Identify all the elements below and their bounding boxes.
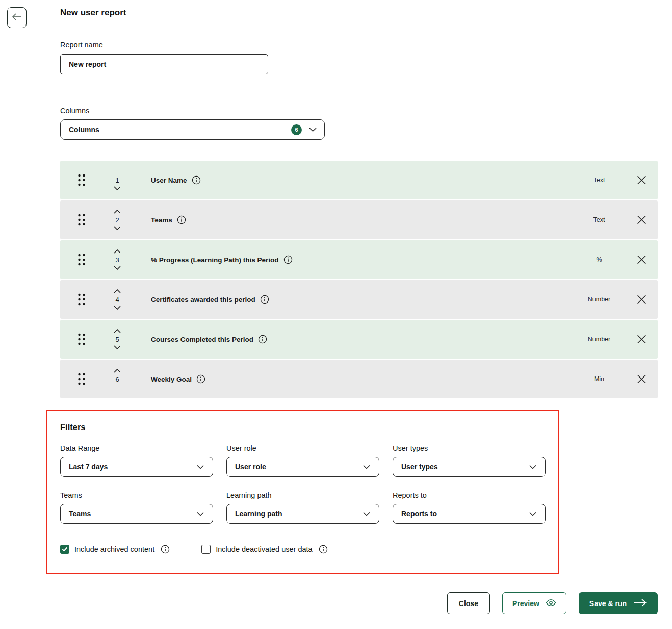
filter-label: Teams — [60, 491, 213, 499]
filter-select-reports-to[interactable]: Reports to — [393, 504, 546, 524]
footer-actions: Close Preview Save & run — [447, 592, 658, 614]
checkbox-item: Include deactivated user data — [201, 545, 327, 554]
filter-field: Learning path Learning path — [226, 491, 379, 524]
filter-select-data-range[interactable]: Last 7 days — [60, 457, 213, 477]
filter-select-teams[interactable]: Teams — [60, 504, 213, 524]
preview-button-label: Preview — [512, 599, 539, 608]
info-icon[interactable] — [319, 545, 328, 554]
info-icon[interactable] — [258, 335, 267, 344]
chevron-down-icon — [196, 509, 204, 518]
back-button[interactable] — [7, 7, 27, 28]
remove-column-button[interactable] — [635, 213, 649, 227]
save-and-run-button[interactable]: Save & run — [579, 592, 658, 614]
filter-field: Reports to Reports to — [393, 491, 546, 524]
move-down-button[interactable] — [113, 265, 122, 271]
filter-select-user-role[interactable]: User role — [226, 457, 379, 477]
move-down-button[interactable] — [113, 225, 122, 231]
preview-button[interactable]: Preview — [502, 592, 566, 614]
info-icon[interactable] — [283, 255, 293, 264]
move-down-button[interactable] — [113, 345, 122, 350]
column-type: Number — [581, 336, 617, 343]
row-label-group: Courses Completed this Period — [151, 335, 267, 344]
close-button[interactable]: Close — [447, 592, 490, 614]
info-icon[interactable] — [260, 295, 269, 304]
columns-dropdown[interactable]: Columns 6 — [60, 119, 325, 140]
row-order-number: 2 — [115, 216, 119, 224]
row-order-number: 5 — [115, 336, 119, 343]
eye-icon — [546, 599, 556, 608]
info-icon[interactable] — [192, 175, 201, 185]
move-down-button[interactable] — [113, 186, 122, 191]
remove-column-button[interactable] — [635, 372, 649, 386]
checkbox-label: Include archived content — [74, 545, 154, 553]
filter-select-learning-path[interactable]: Learning path — [226, 504, 379, 524]
filters-grid: Data Range Last 7 days User role User ro… — [60, 444, 545, 524]
column-name: Teams — [151, 216, 172, 224]
column-name: Certificates awarded this period — [151, 296, 255, 304]
row-label-group: Weekly Goal — [151, 374, 205, 384]
chevron-down-icon — [363, 462, 371, 471]
drag-handle-icon[interactable] — [77, 213, 86, 227]
arrow-left-icon — [11, 13, 22, 22]
column-row: 3 % Progress (Learning Path) this Period… — [60, 240, 658, 279]
chevron-down-icon — [529, 462, 537, 471]
columns-count-badge: 6 — [291, 124, 302, 135]
row-order-control: 5 — [110, 329, 125, 350]
columns-label: Columns — [60, 107, 325, 115]
row-order-number: 3 — [115, 256, 119, 264]
column-row: 2 Teams Text — [60, 200, 658, 239]
column-name: Weekly Goal — [151, 375, 192, 383]
filter-label: User role — [226, 444, 379, 452]
column-type: Text — [581, 216, 617, 223]
drag-handle-icon[interactable] — [77, 173, 86, 187]
column-row: 5 Courses Completed this Period Number — [60, 320, 658, 359]
remove-column-button[interactable] — [635, 293, 649, 307]
chevron-down-icon — [363, 509, 371, 518]
row-order-number: 4 — [115, 296, 119, 304]
chevron-down-icon — [196, 462, 204, 471]
row-order-control: 4 — [110, 289, 125, 311]
remove-column-button[interactable] — [635, 253, 649, 267]
report-name-field: Report name — [60, 40, 268, 74]
filters-section-highlight-annotation: Filters Data Range Last 7 days User role… — [46, 410, 559, 574]
row-label-group: % Progress (Learning Path) this Period — [151, 255, 293, 264]
filter-field: Teams Teams — [60, 491, 213, 524]
info-icon[interactable] — [196, 374, 205, 384]
checkbox[interactable] — [60, 545, 69, 554]
column-row: 1 User Name Text — [60, 161, 658, 199]
filter-field: User types User types — [393, 444, 546, 477]
drag-handle-icon[interactable] — [77, 372, 86, 386]
filter-select-user-types[interactable]: User types — [393, 457, 546, 477]
drag-handle-icon[interactable] — [77, 253, 86, 266]
column-name: User Name — [151, 177, 187, 184]
checkbox-label: Include deactivated user data — [216, 545, 312, 553]
column-type: % — [581, 256, 617, 263]
filter-field: User role User role — [226, 444, 379, 477]
row-order-control: 2 — [110, 209, 125, 231]
remove-column-button[interactable] — [635, 333, 649, 346]
new-user-report-page: New user report Report name Columns Colu… — [0, 0, 672, 629]
row-order-control: 6 — [110, 368, 125, 390]
checkbox[interactable] — [201, 545, 211, 554]
chevron-down-icon — [308, 125, 317, 134]
report-name-label: Report name — [60, 41, 103, 49]
move-up-button[interactable] — [113, 249, 122, 255]
column-row: 4 Certificates awarded this period Numbe… — [60, 280, 658, 319]
drag-handle-icon[interactable] — [77, 293, 86, 306]
column-type: Number — [581, 296, 617, 303]
filter-select-value: Learning path — [235, 510, 282, 518]
remove-column-button[interactable] — [635, 173, 649, 187]
drag-handle-icon[interactable] — [77, 333, 86, 346]
row-order-number: 6 — [115, 375, 119, 383]
move-down-button[interactable] — [113, 305, 122, 311]
info-icon[interactable] — [161, 545, 170, 554]
move-up-button[interactable] — [113, 209, 122, 215]
row-order-control: 3 — [110, 249, 125, 271]
move-up-button[interactable] — [113, 289, 122, 294]
report-name-input[interactable] — [60, 54, 268, 74]
column-type: Text — [581, 177, 617, 184]
move-up-button[interactable] — [113, 368, 122, 374]
column-type: Min — [581, 375, 617, 383]
move-up-button[interactable] — [113, 329, 122, 334]
info-icon[interactable] — [177, 215, 186, 224]
